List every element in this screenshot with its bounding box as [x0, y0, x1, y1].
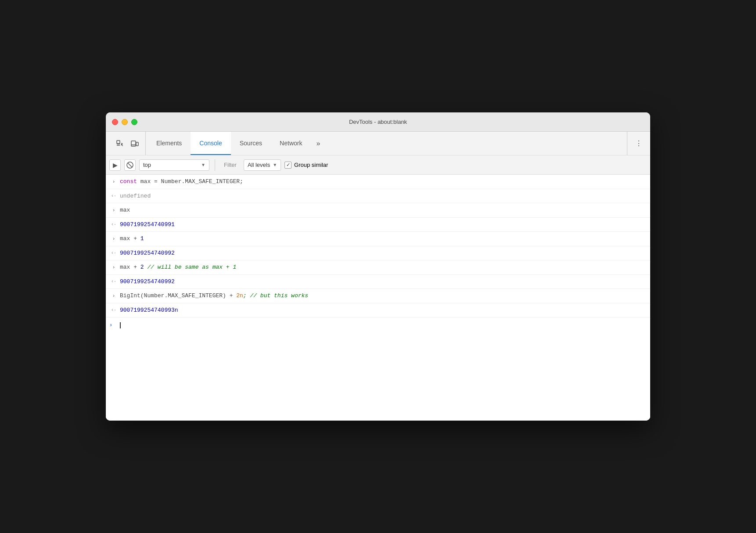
input-arrow-icon: › [109, 177, 118, 186]
toolbar-icons [109, 132, 146, 155]
console-entry: ‹· 9007199254740993n [106, 303, 650, 318]
entry-content: max + 1 [120, 234, 645, 243]
input-arrow-icon: › [109, 206, 118, 214]
inspect-icon[interactable] [114, 137, 126, 150]
entry-content: max + 2 // will be same as max + 1 [120, 263, 645, 272]
context-arrow-icon: ▼ [201, 162, 205, 167]
checkbox-icon[interactable] [284, 162, 292, 169]
close-button[interactable] [112, 119, 118, 125]
input-arrow-icon: › [109, 263, 118, 271]
tab-elements[interactable]: Elements [148, 132, 191, 155]
context-selector[interactable]: top ▼ [139, 159, 209, 171]
devtools-window: DevTools - about:blank [106, 112, 650, 421]
tabs-right: ⋮ [627, 132, 650, 155]
entry-content: max [120, 206, 645, 215]
tabs-bar: Elements Console Sources Network » ⋮ [106, 132, 650, 155]
console-prompt-icon: › [109, 322, 118, 328]
svg-rect-0 [117, 140, 120, 144]
console-entry: ‹· 9007199254740991 [106, 218, 650, 232]
minimize-button[interactable] [122, 119, 128, 125]
entry-content: 9007199254740991 [120, 220, 645, 229]
group-similar-checkbox[interactable]: Group similar [284, 162, 328, 169]
console-content: › const max = Number.MAX_SAFE_INTEGER; ‹… [106, 175, 650, 421]
device-icon[interactable] [129, 137, 141, 150]
console-entry: › BigInt(Number.MAX_SAFE_INTEGER) + 2n; … [106, 289, 650, 303]
group-similar-label: Group similar [294, 162, 328, 168]
console-entry: ‹· undefined [106, 189, 650, 204]
console-entry: › max + 1 [106, 232, 650, 246]
svg-line-7 [128, 163, 132, 167]
entry-content: 9007199254740993n [120, 306, 645, 315]
output-arrow-icon: ‹· [109, 306, 118, 313]
tab-console[interactable]: Console [191, 132, 230, 155]
input-arrow-icon: › [109, 234, 118, 243]
level-arrow-icon: ▼ [273, 162, 277, 167]
output-arrow-icon: ‹· [109, 220, 118, 228]
console-entry: › max [106, 203, 650, 218]
execute-button[interactable]: ▶ [109, 159, 121, 171]
svg-rect-3 [131, 141, 136, 146]
title-bar: DevTools - about:blank [106, 112, 650, 132]
traffic-lights [112, 119, 137, 125]
entry-content: 9007199254740992 [120, 277, 645, 286]
tabs-list: Elements Console Sources Network » [148, 132, 325, 155]
clear-console-button[interactable] [124, 159, 136, 171]
entry-content: BigInt(Number.MAX_SAFE_INTEGER) + 2n; //… [120, 292, 645, 300]
cursor [120, 322, 121, 328]
console-entry: › max + 2 // will be same as max + 1 [106, 260, 650, 275]
output-arrow-icon: ‹· [109, 192, 118, 199]
filter-divider [215, 159, 215, 171]
devtools-menu-icon[interactable]: ⋮ [633, 137, 645, 150]
filter-label: Filter [220, 162, 240, 168]
console-entry: ‹· 9007199254740992 [106, 275, 650, 289]
input-arrow-icon: › [109, 292, 118, 300]
devtools-body: Elements Console Sources Network » ⋮ [106, 132, 650, 421]
entry-content: undefined [120, 192, 645, 201]
console-toolbar: ▶ top ▼ Filter All levels ▼ Group simi [106, 155, 650, 175]
console-entry: › const max = Number.MAX_SAFE_INTEGER; [106, 175, 650, 189]
console-entry: ‹· 9007199254740992 [106, 246, 650, 261]
tab-network[interactable]: Network [271, 132, 311, 155]
tab-sources[interactable]: Sources [231, 132, 271, 155]
svg-rect-4 [136, 142, 138, 146]
maximize-button[interactable] [131, 119, 137, 125]
output-arrow-icon: ‹· [109, 249, 118, 256]
output-arrow-icon: ‹· [109, 277, 118, 285]
level-selector[interactable]: All levels ▼ [244, 159, 281, 171]
entry-content: 9007199254740992 [120, 249, 645, 258]
console-input-line[interactable]: › [106, 317, 650, 333]
window-title: DevTools - about:blank [349, 119, 407, 125]
more-tabs-button[interactable]: » [311, 132, 325, 155]
entry-content: const max = Number.MAX_SAFE_INTEGER; [120, 177, 645, 186]
